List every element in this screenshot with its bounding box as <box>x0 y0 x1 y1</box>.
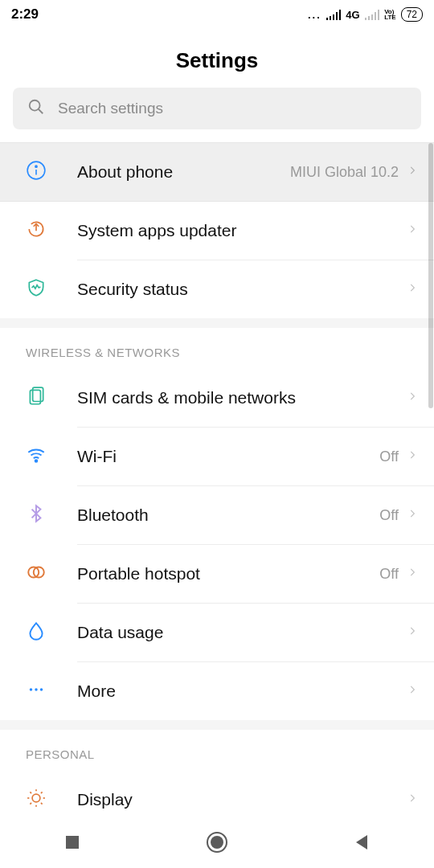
status-bar: 2:29 ... 4G Vo)LTE 72 <box>0 0 434 29</box>
row-label: SIM cards & mobile networks <box>77 388 407 407</box>
row-data-usage[interactable]: Data usage <box>0 604 434 661</box>
row-more[interactable]: More <box>0 662 434 720</box>
chevron-right-icon <box>407 279 418 300</box>
wifi-icon <box>26 444 47 469</box>
info-icon <box>26 160 47 184</box>
search-bar[interactable] <box>13 88 421 129</box>
battery-icon: 72 <box>401 7 423 22</box>
svg-point-7 <box>35 460 38 462</box>
sim-icon <box>26 386 47 410</box>
row-sim-cards[interactable]: SIM cards & mobile networks <box>0 369 434 427</box>
chevron-right-icon <box>407 789 418 810</box>
svg-line-19 <box>41 803 43 805</box>
scrollbar[interactable] <box>428 143 433 408</box>
row-about-phone[interactable]: About phone MIUI Global 10.2 <box>0 142 434 202</box>
section-divider <box>0 720 434 730</box>
row-label: About phone <box>77 162 290 182</box>
search-container <box>0 88 434 142</box>
row-bluetooth[interactable]: Bluetooth Off <box>0 486 434 544</box>
more-dots-icon: ... <box>308 9 321 21</box>
section-divider <box>0 318 434 328</box>
row-label: Portable hotspot <box>77 564 379 583</box>
hotspot-icon <box>26 562 47 586</box>
chevron-right-icon <box>407 505 418 526</box>
shield-icon <box>26 277 47 301</box>
volte-icon: Vo)LTE <box>384 9 396 20</box>
row-value: Off <box>379 566 399 583</box>
droplet-icon <box>26 620 47 645</box>
row-security-status[interactable]: Security status <box>0 260 434 318</box>
update-icon <box>26 219 47 243</box>
svg-point-10 <box>30 688 32 690</box>
row-label: Wi-Fi <box>77 447 379 466</box>
section-header-personal: PERSONAL <box>0 730 434 771</box>
network-type: 4G <box>346 9 359 21</box>
nav-back-button[interactable] <box>338 825 386 860</box>
row-portable-hotspot[interactable]: Portable hotspot Off <box>0 545 434 603</box>
svg-line-21 <box>41 792 43 793</box>
svg-point-13 <box>32 794 40 802</box>
row-value: Off <box>379 507 399 524</box>
signal-icon-2 <box>365 10 380 20</box>
svg-point-0 <box>30 100 40 111</box>
search-input[interactable] <box>58 100 407 117</box>
row-label: Bluetooth <box>77 506 379 525</box>
bluetooth-icon <box>26 503 47 527</box>
row-label: Display <box>77 790 407 809</box>
page-title: Settings <box>0 29 434 88</box>
row-label: Security status <box>77 280 407 299</box>
nav-home-button[interactable] <box>193 825 241 860</box>
status-right: ... 4G Vo)LTE 72 <box>308 7 423 22</box>
svg-point-11 <box>35 688 37 690</box>
nav-recent-button[interactable] <box>48 825 96 860</box>
row-label: More <box>77 682 407 701</box>
svg-line-20 <box>30 803 31 805</box>
chevron-right-icon <box>407 681 418 702</box>
chevron-right-icon <box>407 220 418 241</box>
row-value: MIUI Global 10.2 <box>290 164 399 181</box>
svg-point-12 <box>40 688 43 690</box>
svg-point-24 <box>211 836 223 849</box>
signal-icon <box>326 10 342 20</box>
sun-icon <box>26 788 47 812</box>
row-value: Off <box>379 448 399 465</box>
row-wifi[interactable]: Wi-Fi Off <box>0 428 434 485</box>
more-icon <box>26 679 47 703</box>
nav-bar <box>0 817 434 868</box>
section-header-wireless: WIRELESS & NETWORKS <box>0 328 434 369</box>
search-icon <box>27 98 45 119</box>
chevron-right-icon <box>407 446 418 467</box>
row-label: Data usage <box>77 623 407 642</box>
chevron-right-icon <box>407 622 418 643</box>
svg-marker-25 <box>356 835 367 850</box>
chevron-right-icon <box>407 387 418 408</box>
svg-rect-22 <box>66 836 79 849</box>
chevron-right-icon <box>407 563 418 584</box>
svg-line-1 <box>39 109 43 114</box>
svg-line-18 <box>30 792 31 793</box>
row-system-apps-updater[interactable]: System apps updater <box>0 202 434 260</box>
svg-point-4 <box>35 166 37 167</box>
status-time: 2:29 <box>11 6 39 23</box>
row-label: System apps updater <box>77 221 407 240</box>
chevron-right-icon <box>407 162 418 182</box>
